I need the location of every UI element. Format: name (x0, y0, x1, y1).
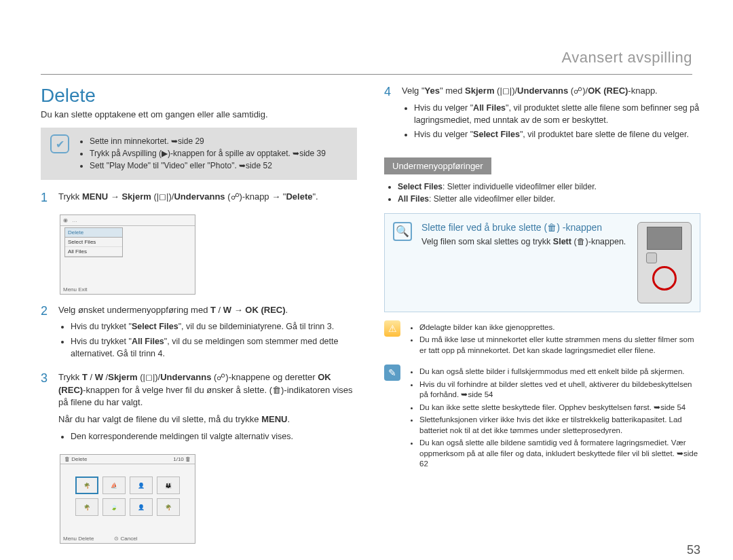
kw-menu: MENU (82, 191, 108, 202)
step-4: 4 Velg "Yes" med Skjerm (|◻|)/Undervanns… (384, 85, 700, 143)
device-illustration (637, 222, 692, 303)
tip-text: Slette filer ved å bruke slette (🗑) -kna… (421, 222, 628, 246)
kw-delete: Delete (286, 191, 312, 202)
header-rule (41, 74, 692, 75)
ss2-header: 🗑 Delete 1/10 🗑 (60, 455, 195, 464)
tip-box: 🔍 Slette filer ved å bruke slette (🗑) -k… (384, 213, 700, 312)
info-item: Slettefunksjonen virker ikke hvis det ik… (419, 415, 700, 436)
step-text: Trykk T / W /Skjerm (|◻|)/Undervanns (☍)… (58, 372, 353, 408)
warn-item: Du må ikke løse ut minnekortet eller kut… (419, 335, 700, 356)
t: (☍)-knapp → " (225, 191, 286, 202)
bullet: Hvis du velger "Select Files", vil produ… (414, 128, 700, 141)
info-notes: ✎ Du kan også slette bilder i fullskjerm… (384, 365, 700, 472)
ss2-footer-left: Menu Delete (63, 536, 94, 542)
ss-footer: Menu Exit (63, 286, 88, 293)
step-3: 3 Trykk T / W /Skjerm (|◻|)/Undervanns (… (41, 371, 357, 445)
t: Delete (71, 456, 87, 462)
submenu-list: Select Files: Sletter individuelle video… (384, 181, 700, 204)
page-number: 53 (687, 543, 700, 557)
info-item: Du kan ikke sette slette beskyttede file… (419, 403, 700, 413)
warning-notes: ⚠ Ødelagte bilder kan ikke gjenopprettes… (384, 320, 700, 358)
page-title: Delete (41, 85, 357, 107)
step-body: Trykk T / W /Skjerm (|◻|)/Undervanns (☍)… (58, 371, 357, 445)
ss2-title: 🗑 Delete (64, 456, 87, 462)
thumbnail: 🍃 (102, 498, 126, 516)
check-icon: ✔ (50, 134, 69, 153)
more-icon: … (72, 217, 77, 223)
step-text: Velg ønsket undermenyoppføring med T / W… (58, 305, 288, 315)
ss2-footer: Menu Delete ⊙ Cancel (63, 536, 137, 542)
t: ". (312, 191, 318, 202)
info-item: Hvis du vil forhindre at bilder slettes … (419, 379, 700, 400)
bullet: Hvis du trykket "All Files", vil du se m… (71, 335, 357, 360)
step-number: 4 (384, 85, 395, 143)
ss-topbar: ◉ … (60, 215, 195, 226)
warning-icon: ⚠ (384, 320, 400, 337)
two-column-layout: Delete Du kan slette opptakene ett om ga… (41, 85, 700, 550)
ss2-counter: 1/10 🗑 (173, 456, 191, 462)
submenu-item: All Files: Sletter alle videofilmer elle… (398, 193, 700, 204)
device-button (646, 253, 657, 263)
warn-item: Ødelagte bilder kan ikke gjenopprettes. (419, 322, 700, 333)
thumbnail: ⛵ (102, 477, 126, 494)
ss-dropdown: Delete Select Files All Files (64, 227, 123, 257)
kw-undervanns: Undervanns (174, 191, 225, 202)
ss-menu-item: Select Files (65, 238, 122, 247)
info-item: Du kan også slette bilder i fullskjermmo… (419, 367, 700, 377)
step-body: Trykk MENU → Skjerm (|◻|)/Undervanns (☍)… (58, 191, 357, 205)
submenu-item: Select Files: Sletter individuelle video… (398, 181, 700, 192)
bullet: Hvis du trykket "Select Files", vil du s… (71, 320, 357, 333)
rec-icon: ◉ (63, 217, 68, 223)
step-text: Velg "Yes" med Skjerm (|◻|)/Undervanns (… (402, 86, 658, 96)
intro-text: Du kan slette opptakene ett om gangen el… (41, 109, 357, 119)
ui-screenshot-thumbnails: 🗑 Delete 1/10 🗑 🌴 ⛵ 👤 👪 🌴 🍃 👤 🌴 Menu Del… (60, 454, 195, 544)
prereq-item: Sett "Play Mode" til "Video" eller "Phot… (90, 160, 326, 171)
manual-page: Avansert avspilling Delete Du kan slette… (0, 0, 733, 560)
info-icon: ✎ (384, 365, 400, 381)
tip-body: Velg filen som skal slettes og trykk Sle… (421, 237, 628, 246)
thumbnail: 👪 (157, 477, 180, 494)
left-column: Delete Du kan slette opptakene ett om ga… (41, 85, 357, 550)
step-number: 3 (41, 371, 52, 445)
right-column: 4 Velg "Yes" med Skjerm (|◻|)/Undervanns… (384, 85, 700, 550)
prerequisites-box: ✔ Sette inn minnekortet. ➥side 29 Trykk … (41, 128, 357, 180)
ss-menu-header: Delete (65, 228, 122, 238)
thumbnail: 👤 (130, 477, 153, 494)
t: (|◻|)/ (151, 191, 174, 202)
kw-skjerm: Skjerm (121, 191, 151, 202)
info-item: Du kan også slette alle bildene samtidig… (419, 438, 700, 470)
step-number: 2 (41, 304, 52, 362)
thumbnail: 🌴 (157, 498, 180, 516)
step-number: 1 (41, 191, 52, 205)
step-text-2: Når du har valgt de filene du vil slette… (58, 413, 357, 426)
step-body: Velg "Yes" med Skjerm (|◻|)/Undervanns (… (402, 85, 700, 143)
step-body: Velg ønsket undermenyoppføring med T / W… (58, 304, 357, 362)
submenu-heading: Undermenyoppføringer (384, 157, 491, 174)
tip-title: Slette filer ved å bruke slette (🗑) -kna… (421, 222, 628, 233)
prereq-item: Trykk på Avspilling (▶)-knappen for å sp… (90, 148, 326, 159)
bullet: Hvis du velger "All Files", vil produkte… (414, 102, 700, 126)
step-1: 1 Trykk MENU → Skjerm (|◻|)/Undervanns (… (41, 191, 357, 205)
device-screen (647, 227, 682, 250)
ss-menu-item: All Files (65, 247, 122, 257)
t: → (108, 191, 121, 202)
step-2: 2 Velg ønsket undermenyoppføring med T /… (41, 304, 357, 362)
magnifier-icon: 🔍 (393, 222, 412, 241)
bullet: Den korresponderende meldingen til valgt… (71, 430, 357, 443)
ui-screenshot-menu: ◉ … Delete Select Files All Files Menu E… (60, 214, 195, 295)
ss2-footer-right: ⊙ Cancel (114, 536, 137, 542)
thumbnail: 👤 (130, 498, 153, 516)
section-title: Avansert avspilling (561, 49, 692, 67)
t: Trykk (58, 191, 82, 202)
device-lens (652, 266, 677, 291)
prereq-item: Sette inn minnekortet. ➥side 29 (90, 136, 326, 147)
thumbnail: 🌴 (75, 498, 98, 516)
thumbnail: 🌴 (75, 477, 98, 494)
prerequisites-list: Sette inn minnekortet. ➥side 29 Trykk på… (79, 134, 326, 173)
thumbnail-grid: 🌴 ⛵ 👤 👪 🌴 🍃 👤 🌴 (66, 467, 189, 525)
